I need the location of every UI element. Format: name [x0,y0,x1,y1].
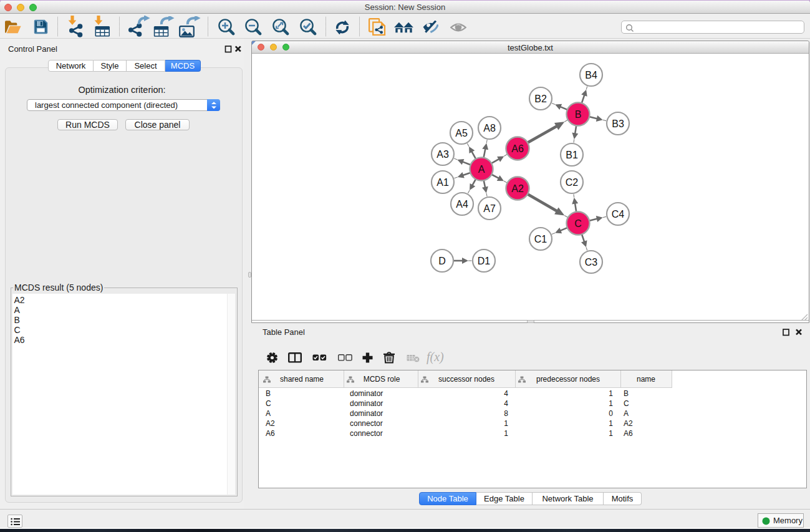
svg-text:A8: A8 [483,123,496,133]
svg-text:A7: A7 [483,203,496,214]
svg-text:D: D [438,256,446,266]
svg-text:A6: A6 [511,143,524,154]
svg-text:A4: A4 [456,199,468,210]
svg-text:A3: A3 [436,149,449,160]
svg-text:C3: C3 [585,257,598,268]
svg-text:B3: B3 [612,118,624,129]
svg-text:A: A [478,164,485,175]
svg-text:B1: B1 [566,150,578,160]
svg-text:A5: A5 [455,128,468,138]
svg-text:A1: A1 [436,177,449,188]
svg-text:C2: C2 [566,177,579,188]
svg-text:C: C [574,218,582,229]
svg-text:A2: A2 [511,183,524,194]
svg-text:C4: C4 [612,209,625,220]
svg-text:B: B [575,109,582,120]
svg-text:C1: C1 [534,234,547,244]
svg-text:B4: B4 [585,70,597,80]
svg-text:D1: D1 [478,256,491,266]
svg-text:B2: B2 [534,94,547,104]
